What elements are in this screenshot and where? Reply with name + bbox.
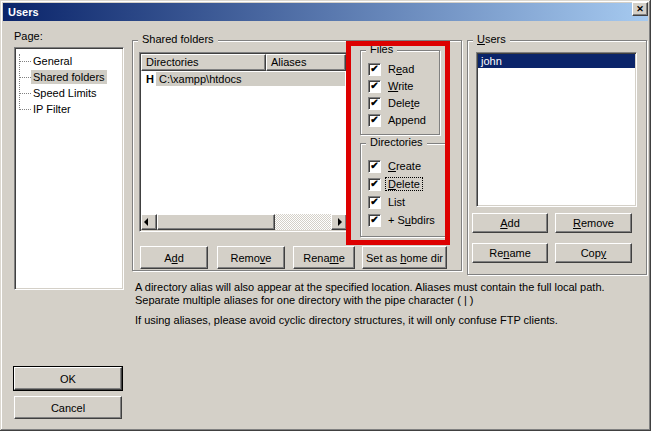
shared-folders-group-label: Shared folders [138, 33, 218, 46]
checkbox-box[interactable]: ✔ [368, 80, 381, 93]
tree-item-general[interactable]: General [31, 54, 74, 68]
alias-note: A directory alias will also appear at th… [135, 281, 642, 307]
rename-folder-button[interactable]: Rename [293, 246, 355, 269]
user-list-item[interactable]: john [478, 54, 635, 68]
checkmark-icon: ✔ [370, 197, 378, 207]
remove-folder-button[interactable]: Remove [217, 246, 285, 269]
users-list[interactable]: john [476, 52, 637, 207]
column-header-directories[interactable]: Directories [141, 54, 266, 71]
checkmark-icon: ✔ [370, 215, 378, 225]
checkbox-box[interactable]: ✔ [368, 114, 381, 127]
shared-folders-list[interactable]: Directories Aliases H C:\xampp\htdocs [139, 52, 349, 232]
column-header-aliases[interactable]: Aliases [266, 54, 346, 71]
set-as-home-dir-button[interactable]: Set as home dir [362, 246, 447, 269]
checkmark-icon: ✔ [370, 179, 378, 189]
title-bar[interactable]: Users [3, 3, 648, 21]
tree-item-speed-limits[interactable]: Speed Limits [31, 86, 99, 100]
checkbox-files-delete[interactable]: ✔Delete [368, 96, 422, 110]
scroll-left-button[interactable] [141, 214, 157, 230]
rename-user-button[interactable]: Rename [472, 243, 548, 263]
add-folder-button[interactable]: Add [140, 246, 208, 269]
tree-line [19, 109, 31, 110]
checkbox-box[interactable]: ✔ [368, 214, 381, 227]
checkbox-box[interactable]: ✔ [368, 196, 381, 209]
remove-user-button[interactable]: Remove [555, 213, 632, 233]
checkmark-icon: ✔ [370, 64, 378, 74]
directory-path: C:\xampp\htdocs [156, 72, 345, 86]
checkbox-files-read[interactable]: ✔Read [368, 62, 416, 76]
tree-item-ip-filter[interactable]: IP Filter [31, 102, 73, 116]
tree-item-shared-folders[interactable]: Shared folders [31, 70, 107, 84]
add-user-button[interactable]: Add [472, 213, 548, 233]
checkmark-icon: ✔ [370, 161, 378, 171]
tree-line [19, 77, 31, 78]
cancel-button[interactable]: Cancel [14, 396, 122, 419]
files-group-label: Files [366, 43, 397, 56]
checkbox-dirs-delete[interactable]: ✔Delete [368, 177, 422, 191]
scroll-right-icon [338, 218, 342, 226]
page-tree[interactable]: General Shared folders Speed Limits IP F… [14, 47, 124, 290]
cyclic-note: If using aliases, please avoid cyclic di… [135, 314, 642, 327]
directories-group-label: Directories [366, 136, 427, 149]
checkmark-icon: ✔ [370, 81, 378, 91]
checkbox-files-append[interactable]: ✔Append [368, 113, 428, 127]
tree-line [19, 61, 31, 62]
checkbox-files-write[interactable]: ✔Write [368, 79, 415, 93]
scroll-right-button[interactable] [331, 214, 347, 230]
checkmark-icon: ✔ [370, 98, 378, 108]
close-icon: ✕ [636, 5, 644, 14]
users-group-label: Users [473, 33, 510, 46]
checkbox-box[interactable]: ✔ [368, 97, 381, 110]
checkbox-dirs-list[interactable]: ✔List [368, 195, 407, 209]
horizontal-scrollbar[interactable] [141, 214, 347, 230]
checkbox-box[interactable]: ✔ [368, 160, 381, 173]
user-name: john [481, 55, 502, 67]
ok-button[interactable]: OK [14, 367, 122, 390]
directory-row[interactable]: H C:\xampp\htdocs [140, 72, 346, 86]
checkbox-box[interactable]: ✔ [368, 178, 381, 191]
tree-line [19, 93, 31, 94]
checkmark-icon: ✔ [370, 115, 378, 125]
users-dialog: Users ✕ Page: General Shared folders Spe… [0, 0, 651, 431]
copy-user-button[interactable]: Copy [555, 243, 632, 263]
scrollbar-thumb[interactable] [157, 214, 275, 230]
close-button[interactable]: ✕ [632, 2, 648, 16]
checkbox-dirs-create[interactable]: ✔Create [368, 159, 423, 173]
home-dir-marker: H [146, 72, 154, 86]
window-title: Users [8, 6, 39, 18]
scroll-left-icon [144, 218, 148, 226]
checkbox-dirs-subdirs[interactable]: ✔+ Subdirs [368, 213, 437, 227]
page-label: Page: [14, 30, 43, 42]
tree-line [19, 54, 20, 110]
checkbox-box[interactable]: ✔ [368, 63, 381, 76]
